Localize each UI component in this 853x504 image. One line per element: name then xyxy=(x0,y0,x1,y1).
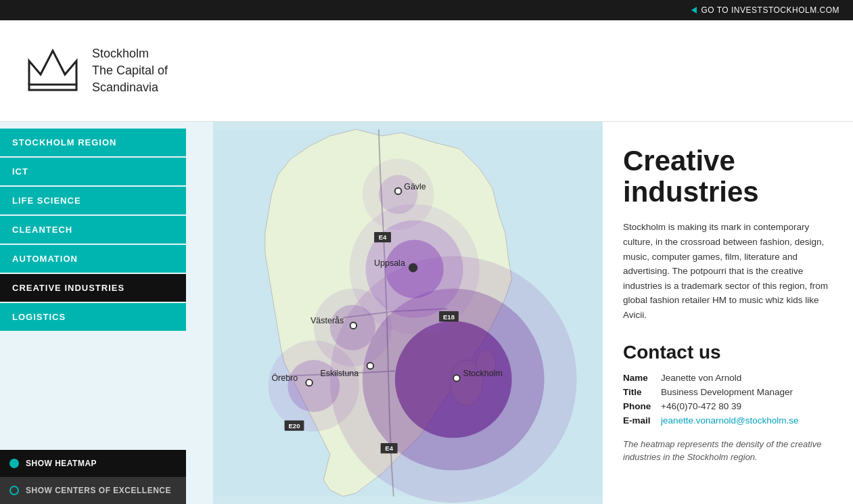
contact-title-value: Business Development Manager xyxy=(661,387,793,397)
sidebar-item-creative-industries[interactable]: CREATIVE INDUSTRIES xyxy=(0,274,186,302)
main-content: STOCKHOLM REGIONICTLIFE SCIENCECLEANTECH… xyxy=(0,122,853,504)
svg-point-26 xyxy=(409,264,417,272)
contact-name-value: Jeanette von Arnold xyxy=(661,373,741,383)
panel-description: Stockholm is making its mark in contempo… xyxy=(623,220,833,322)
svg-text:Gävle: Gävle xyxy=(404,182,426,191)
sidebar-item-life-science[interactable]: LIFE SCIENCE xyxy=(0,187,186,214)
show-heatmap-button[interactable]: SHOW HEATMAP xyxy=(0,450,186,477)
svg-text:Västerås: Västerås xyxy=(310,316,344,325)
heatmap-radio-icon xyxy=(9,459,19,468)
contact-email-link[interactable]: jeanette.vonarnold@stockholm.se xyxy=(661,415,799,426)
svg-text:E20: E20 xyxy=(288,422,300,430)
svg-rect-0 xyxy=(29,85,76,90)
svg-text:Uppsala: Uppsala xyxy=(374,258,405,268)
contact-phone-row: Phone +46(0)70-472 80 39 xyxy=(623,401,833,411)
show-centers-label: SHOW CENTERS OF EXCELLENCE xyxy=(26,486,171,495)
show-heatmap-label: SHOW HEATMAP xyxy=(26,459,97,468)
svg-point-32 xyxy=(306,380,313,386)
contact-title-row: Title Business Development Manager xyxy=(623,387,833,397)
header: StockholmThe Capital ofScandinavia xyxy=(0,20,853,122)
svg-text:Eskilstuna: Eskilstuna xyxy=(320,369,359,378)
contact-phone-label: Phone xyxy=(623,401,655,411)
sidebar-item-cleantech[interactable]: CLEANTECH xyxy=(0,216,186,244)
contact-name-label: Name xyxy=(623,373,655,383)
svg-point-24 xyxy=(395,188,402,195)
right-panel: Creativeindustries Stockholm is making i… xyxy=(603,122,853,504)
contact-name-row: Name Jeanette von Arnold xyxy=(623,373,833,383)
contact-email-label: E-mail xyxy=(623,415,655,426)
sidebar: STOCKHOLM REGIONICTLIFE SCIENCECLEANTECH… xyxy=(0,122,213,504)
logo-icon xyxy=(26,47,80,95)
panel-title: Creativeindustries xyxy=(623,145,833,208)
top-bar-link-text: GO TO INVESTSTOCKHOLM.COM xyxy=(701,5,839,15)
invest-stockholm-link[interactable]: GO TO INVESTSTOCKHOLM.COM xyxy=(691,5,839,15)
svg-point-28 xyxy=(350,322,357,329)
logo-text: StockholmThe Capital ofScandinavia xyxy=(92,45,168,97)
contact-title-label: Title xyxy=(623,387,655,397)
map-svg: E4 E18 E20 E4 Gävle Uppsala Västerås xyxy=(213,122,603,504)
sidebar-item-logistics[interactable]: LOGISTICS xyxy=(0,303,186,331)
svg-text:Örebro: Örebro xyxy=(271,373,298,383)
sidebar-item-automation[interactable]: AUTOMATION xyxy=(0,245,186,273)
arrow-left-icon xyxy=(691,7,697,14)
top-bar: GO TO INVESTSTOCKHOLM.COM xyxy=(0,0,853,20)
svg-point-34 xyxy=(453,375,460,382)
contact-phone-value: +46(0)70-472 80 39 xyxy=(661,401,741,411)
centers-radio-icon xyxy=(9,486,19,495)
heatmap-note: The heatmap represents the density of th… xyxy=(623,438,833,464)
contact-email-row: E-mail jeanette.vonarnold@stockholm.se xyxy=(623,415,833,426)
nav-menu: STOCKHOLM REGIONICTLIFE SCIENCECLEANTECH… xyxy=(0,129,213,331)
svg-text:Stockholm: Stockholm xyxy=(463,369,503,378)
sidebar-item-ict[interactable]: ICT xyxy=(0,158,186,185)
svg-text:E18: E18 xyxy=(443,313,455,321)
show-centers-button[interactable]: SHOW CENTERS OF EXCELLENCE xyxy=(0,477,186,504)
logo: StockholmThe Capital ofScandinavia xyxy=(26,45,168,97)
svg-text:E4: E4 xyxy=(379,234,387,242)
svg-text:E4: E4 xyxy=(385,445,393,453)
bottom-controls: SHOW HEATMAP SHOW CENTERS OF EXCELLENCE xyxy=(0,450,186,504)
sidebar-item-stockholm-region[interactable]: STOCKHOLM REGION xyxy=(0,129,186,156)
map-area: E4 E18 E20 E4 Gävle Uppsala Västerås xyxy=(213,122,603,504)
contact-title: Contact us xyxy=(623,342,833,363)
svg-point-30 xyxy=(367,363,374,369)
